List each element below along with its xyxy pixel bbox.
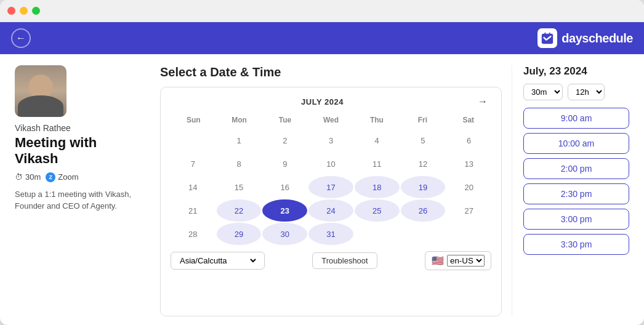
- calendar-day-12: 12: [401, 153, 446, 175]
- calendar-day-30[interactable]: 30: [262, 223, 307, 245]
- calendar-day-25[interactable]: 25: [355, 199, 400, 222]
- platform-label: Zoom: [58, 172, 78, 182]
- calendar-day-7: 7: [171, 153, 215, 175]
- calendar-weekdays: Sun Mon Tue Wed Thu Fri Sat: [171, 114, 491, 126]
- calendar-month: JULY 2024: [301, 97, 344, 106]
- back-icon: ←: [16, 33, 26, 44]
- main-content: Vikash Rathee Meeting with Vikash ⏱ 30m …: [0, 54, 644, 325]
- left-panel: Vikash Rathee Meeting with Vikash ⏱ 30m …: [15, 65, 150, 316]
- weekday-fri: Fri: [400, 114, 445, 126]
- calendar-day-10: 10: [308, 153, 353, 175]
- time-slot-5[interactable]: 3:30 pm: [523, 234, 629, 255]
- calendar-day-29[interactable]: 29: [217, 223, 262, 245]
- calendar-day-13: 13: [446, 153, 491, 175]
- calendar-day-5: 5: [401, 129, 446, 151]
- time-slots-list: 9:00 am10:00 am2:00 pm2:30 pm3:00 pm3:30…: [523, 108, 629, 255]
- weekday-tue: Tue: [262, 114, 308, 126]
- calendar-day-8: 8: [217, 153, 262, 175]
- calendar-container: JULY 2024 → Sun Mon Tue Wed Thu Fri Sat …: [160, 87, 502, 316]
- time-slot-3[interactable]: 2:30 pm: [523, 183, 629, 204]
- calendar-day-21: 21: [171, 199, 215, 222]
- titlebar: [0, 0, 644, 22]
- calendar-day-23[interactable]: 23: [262, 199, 307, 222]
- person-name: Vikash Rathee: [15, 123, 138, 133]
- weekday-thu: Thu: [354, 114, 400, 126]
- language-select[interactable]: 🇺🇸 en-US en-GB fr-FR: [425, 251, 491, 270]
- calendar-day-1: 1: [217, 129, 262, 151]
- time-slot-0[interactable]: 9:00 am: [523, 108, 629, 129]
- calendar-day-27: 27: [446, 199, 491, 222]
- calendar-day-empty: [355, 223, 400, 245]
- logo-icon: [537, 28, 557, 48]
- calendar-day-24[interactable]: 24: [308, 199, 353, 222]
- time-format-select[interactable]: 12h 24h: [568, 84, 605, 100]
- calendar-next-button[interactable]: →: [474, 95, 491, 108]
- calendar-day-22[interactable]: 22: [217, 199, 262, 222]
- calendar-day-empty: [446, 223, 491, 245]
- calendar-day-3: 3: [308, 129, 353, 151]
- calendar-day-19[interactable]: 19: [401, 176, 446, 198]
- duration-meta: ⏱ 30m: [15, 172, 41, 182]
- calendar-day-4: 4: [355, 129, 400, 151]
- navbar: ← dayschedule: [0, 22, 644, 54]
- timezone-dropdown[interactable]: Asia/Calcutta UTC America/New_York: [177, 255, 258, 266]
- minimize-button[interactable]: [20, 7, 28, 15]
- svg-rect-2: [549, 33, 550, 35]
- calendar-day-6: 6: [446, 129, 491, 151]
- weekday-mon: Mon: [216, 114, 262, 126]
- platform-meta: Z Zoom: [46, 172, 78, 182]
- calendar-header: JULY 2024 →: [171, 95, 491, 108]
- avatar-image: [15, 65, 66, 117]
- troubleshoot-button[interactable]: Troubleshoot: [312, 252, 377, 269]
- calendar-day-15: 15: [217, 176, 262, 198]
- logo-text: dayschedule: [561, 31, 633, 46]
- meeting-description: Setup a 1:1 meeting with Vikash, Founder…: [15, 188, 138, 212]
- back-button[interactable]: ←: [11, 28, 31, 48]
- time-slot-2[interactable]: 2:00 pm: [523, 158, 629, 179]
- calendar-day-9: 9: [262, 153, 307, 175]
- time-slot-1[interactable]: 10:00 am: [523, 133, 629, 154]
- calendar-day-20: 20: [446, 176, 491, 198]
- avatar: [15, 65, 66, 117]
- maximize-button[interactable]: [32, 7, 40, 15]
- close-button[interactable]: [7, 7, 15, 15]
- calendar-day-2: 2: [262, 129, 307, 151]
- select-date-title: Select a Date & Time: [160, 65, 502, 79]
- flag-icon: 🇺🇸: [432, 255, 444, 267]
- calendar-day-26[interactable]: 26: [401, 199, 446, 222]
- duration-select[interactable]: 30m 60m 15m: [523, 84, 563, 100]
- time-slot-4[interactable]: 3:00 pm: [523, 209, 629, 230]
- language-dropdown[interactable]: en-US en-GB fr-FR: [447, 255, 485, 267]
- weekday-wed: Wed: [308, 114, 353, 126]
- duration-label: 30m: [25, 172, 41, 182]
- weekday-sat: Sat: [446, 114, 491, 126]
- zoom-icon: Z: [46, 172, 55, 182]
- calendar-day-18[interactable]: 18: [355, 176, 400, 198]
- meeting-title: Meeting with Vikash: [15, 135, 138, 167]
- right-panel: July, 23 2024 30m 60m 15m 12h 24h 9:00 a…: [512, 65, 629, 316]
- calendar-day-14: 14: [171, 176, 215, 198]
- calendar-footer: Asia/Calcutta UTC America/New_York Troub…: [171, 251, 491, 270]
- calendar-day-empty: [401, 223, 446, 245]
- calendar-days: 1234567891011121314151617181920212223242…: [171, 129, 491, 245]
- weekday-sun: Sun: [171, 114, 216, 126]
- calendar-day-28: 28: [171, 223, 215, 245]
- calendar-day-16: 16: [262, 176, 307, 198]
- calendar-day-17[interactable]: 17: [308, 176, 353, 198]
- selected-date-heading: July, 23 2024: [523, 65, 629, 78]
- meeting-meta: ⏱ 30m Z Zoom: [15, 172, 138, 182]
- logo: dayschedule: [537, 28, 633, 48]
- center-panel: Select a Date & Time JULY 2024 → Sun Mon…: [150, 65, 512, 316]
- calendar-day-empty: [171, 129, 215, 151]
- timezone-select[interactable]: Asia/Calcutta UTC America/New_York: [171, 252, 265, 270]
- time-controls: 30m 60m 15m 12h 24h: [523, 84, 629, 100]
- calendar-day-11: 11: [355, 153, 400, 175]
- svg-rect-1: [545, 33, 546, 35]
- clock-icon: ⏱: [15, 172, 23, 182]
- calendar-day-31[interactable]: 31: [308, 223, 353, 245]
- app-window: ← dayschedule Vikash Rathee Meeting with…: [0, 0, 644, 325]
